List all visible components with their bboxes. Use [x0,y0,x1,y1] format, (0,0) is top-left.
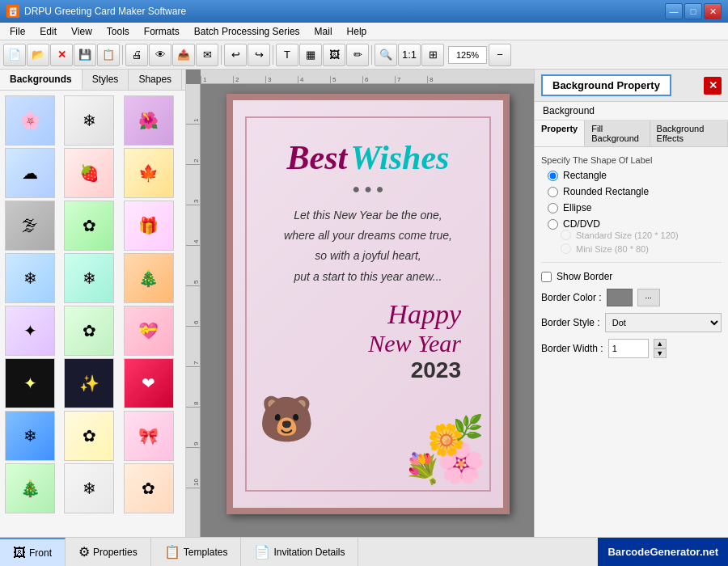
save-button[interactable]: 💾 [74,44,96,66]
save-as-button[interactable]: 📋 [97,44,120,66]
radio-cddvd[interactable]: CD/DVD [548,218,722,230]
main-layout: Backgrounds Styles Shapes 🌸 ❄ 🌺 ☁ 🍓 🍁 🌫 … [0,70,728,537]
list-item[interactable]: ✨ [64,358,114,408]
app-icon: 🃏 [6,5,19,18]
menu-batch[interactable]: Batch Processing Series [188,24,307,39]
tab-front[interactable]: 🖼 Front [0,538,66,566]
list-item[interactable]: 🎁 [124,201,174,251]
greeting-card[interactable]: Best Wishes ●●● Let this New Year be the… [226,94,510,514]
list-item[interactable]: 💝 [124,306,174,356]
list-item[interactable]: ✦ [5,358,55,408]
rounded-rectangle-label: Rounded Rectangle [563,186,649,197]
print-button[interactable]: 🖨 [125,44,148,66]
list-item[interactable]: 🎄 [5,463,55,513]
tab-templates[interactable]: 📋 Templates [151,538,242,566]
list-item[interactable]: ✿ [64,411,114,461]
list-item[interactable]: ✿ [64,306,114,356]
tab-fill-background[interactable]: Fill Background [585,120,650,146]
menu-formats[interactable]: Formats [138,24,186,39]
list-item[interactable]: ❄ [5,411,55,461]
list-item[interactable]: ☁ [5,148,55,198]
rectangle-label: Rectangle [563,170,607,181]
toolbar: 📄 📂 ✕ 💾 📋 🖨 👁 📤 ✉ ↩ ↪ T ▦ 🖼 ✏ 🔍 1:1 ⊞ − [0,40,728,70]
close-button[interactable]: ✕ [704,3,722,19]
zoom-in-button[interactable]: 🔍 [375,44,397,66]
list-item[interactable]: 🎄 [124,253,174,303]
list-item[interactable]: 🌺 [124,95,174,146]
list-item[interactable]: 🍓 [64,148,114,198]
card-happy: Happy [368,299,461,330]
menu-edit[interactable]: Edit [33,24,63,39]
list-item[interactable]: ✿ [64,201,114,251]
draw-button[interactable]: ✏ [346,44,369,66]
card-poem: Let this New Year be the one, where all … [284,205,452,287]
menu-bar: File Edit View Tools Formats Batch Proce… [0,23,728,40]
tab-templates-label: Templates [184,547,228,558]
text-button[interactable]: T [276,44,298,66]
tab-properties[interactable]: ⚙ Properties [66,538,151,566]
maximize-button[interactable]: □ [684,3,702,19]
list-item[interactable]: ❄ [64,95,114,146]
tab-background-effects[interactable]: Background Effects [650,120,728,146]
menu-mail[interactable]: Mail [308,24,339,39]
zoom-out-button[interactable]: − [489,44,511,66]
export-button[interactable]: 📤 [172,44,195,66]
email-button[interactable]: ✉ [196,44,218,66]
menu-help[interactable]: Help [341,24,374,39]
border-width-spinner: ▲ ▼ [654,339,667,358]
image-button[interactable]: 🖼 [323,44,345,66]
list-item[interactable]: 🍁 [124,148,174,198]
spin-up-button[interactable]: ▲ [654,339,667,348]
panel-close-button[interactable]: ✕ [704,77,722,95]
list-item[interactable]: ❄ [64,463,114,513]
list-item[interactable]: ✦ [5,306,55,356]
border-width-input[interactable] [608,339,649,358]
panel-tabs: Backgrounds Styles Shapes [0,70,185,91]
poem-line2: where all your dreams come true, [284,229,452,242]
border-color-picker-button[interactable]: ··· [637,289,660,306]
list-item[interactable]: ❄ [5,253,55,303]
right-panel: Background Property ✕ Background Propert… [534,70,728,537]
redo-button[interactable]: ↪ [248,44,270,66]
card-divider: ●●● [352,182,383,196]
border-style-row: Border Style : Dot Solid Dash DashDot [541,313,722,332]
radio-rectangle[interactable]: Rectangle [548,170,722,181]
list-item[interactable]: ❤ [124,358,174,408]
tab-shapes[interactable]: Shapes [129,70,182,90]
tab-front-label: Front [29,547,52,559]
radio-rounded-rectangle[interactable]: Rounded Rectangle [548,186,722,197]
border-color-swatch[interactable] [607,289,633,306]
open-button[interactable]: 📂 [27,44,49,66]
menu-file[interactable]: File [3,24,32,39]
show-border-checkbox[interactable] [541,272,552,282]
list-item[interactable]: ❄ [64,253,114,303]
undo-button[interactable]: ↩ [224,44,247,66]
menu-tools[interactable]: Tools [100,24,136,39]
list-item[interactable]: 🌫 [5,201,55,251]
standard-size-label: Standard Size (120 * 120) [576,230,679,240]
print-preview-button[interactable]: 👁 [149,44,171,66]
poem-line4: put a start to this year anew... [294,270,442,283]
radio-ellipse[interactable]: Ellipse [548,202,722,213]
list-item[interactable]: 🌸 [5,95,55,146]
barcode-button[interactable]: ▦ [299,44,322,66]
list-item[interactable]: 🎀 [124,411,174,461]
ellipse-label: Ellipse [563,202,591,213]
tab-property[interactable]: Property [535,120,585,146]
tab-styles[interactable]: Styles [83,70,129,90]
zoom-fit-button[interactable]: ⊞ [421,44,444,66]
thumbnail-grid: 🌸 ❄ 🌺 ☁ 🍓 🍁 🌫 ✿ 🎁 ❄ ❄ 🎄 ✦ ✿ 💝 ✦ ✨ ❤ ❄ [3,94,182,515]
tab-invitation-details[interactable]: 📄 Invitation Details [241,538,358,566]
zoom-input[interactable] [448,46,487,64]
tab-backgrounds[interactable]: Backgrounds [0,70,83,90]
zoom-100-button[interactable]: 1:1 [398,44,421,66]
menu-view[interactable]: View [65,24,99,39]
minimize-button[interactable]: — [665,3,683,19]
close-tb-button[interactable]: ✕ [50,44,73,66]
new-button[interactable]: 📄 [3,44,26,66]
spin-down-button[interactable]: ▼ [654,348,667,358]
barcode-badge: BarcodeGenerator.net [598,538,728,566]
border-style-select[interactable]: Dot Solid Dash DashDot [605,313,722,332]
canvas-area[interactable]: 1 2 3 4 5 6 7 8 1 2 3 4 5 6 7 8 9 10 [186,70,534,537]
list-item[interactable]: ✿ [124,463,174,513]
